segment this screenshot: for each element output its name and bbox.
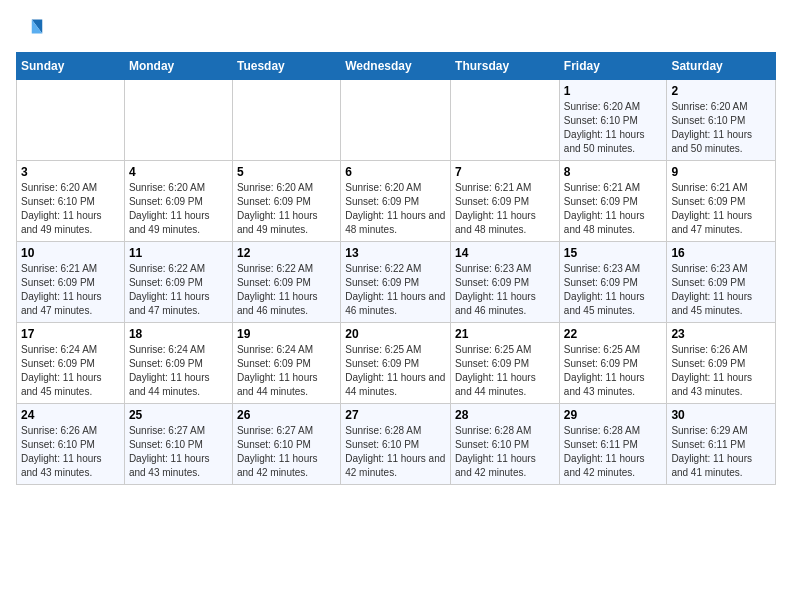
day-cell (17, 80, 125, 161)
day-info: Sunrise: 6:21 AM Sunset: 6:09 PM Dayligh… (671, 181, 771, 237)
day-info: Sunrise: 6:26 AM Sunset: 6:10 PM Dayligh… (21, 424, 120, 480)
day-info: Sunrise: 6:27 AM Sunset: 6:10 PM Dayligh… (237, 424, 336, 480)
day-number: 18 (129, 327, 228, 341)
day-cell: 6Sunrise: 6:20 AM Sunset: 6:09 PM Daylig… (341, 161, 451, 242)
day-number: 9 (671, 165, 771, 179)
day-info: Sunrise: 6:26 AM Sunset: 6:09 PM Dayligh… (671, 343, 771, 399)
day-info: Sunrise: 6:20 AM Sunset: 6:09 PM Dayligh… (345, 181, 446, 237)
day-number: 19 (237, 327, 336, 341)
week-row-1: 3Sunrise: 6:20 AM Sunset: 6:10 PM Daylig… (17, 161, 776, 242)
day-number: 29 (564, 408, 663, 422)
day-info: Sunrise: 6:24 AM Sunset: 6:09 PM Dayligh… (237, 343, 336, 399)
day-cell: 10Sunrise: 6:21 AM Sunset: 6:09 PM Dayli… (17, 242, 125, 323)
day-info: Sunrise: 6:28 AM Sunset: 6:10 PM Dayligh… (455, 424, 555, 480)
day-cell: 24Sunrise: 6:26 AM Sunset: 6:10 PM Dayli… (17, 404, 125, 485)
day-info: Sunrise: 6:20 AM Sunset: 6:10 PM Dayligh… (564, 100, 663, 156)
header-wednesday: Wednesday (341, 53, 451, 80)
day-info: Sunrise: 6:22 AM Sunset: 6:09 PM Dayligh… (129, 262, 228, 318)
day-cell: 18Sunrise: 6:24 AM Sunset: 6:09 PM Dayli… (124, 323, 232, 404)
day-info: Sunrise: 6:20 AM Sunset: 6:09 PM Dayligh… (237, 181, 336, 237)
day-info: Sunrise: 6:29 AM Sunset: 6:11 PM Dayligh… (671, 424, 771, 480)
day-cell: 26Sunrise: 6:27 AM Sunset: 6:10 PM Dayli… (232, 404, 340, 485)
day-info: Sunrise: 6:28 AM Sunset: 6:11 PM Dayligh… (564, 424, 663, 480)
day-cell: 23Sunrise: 6:26 AM Sunset: 6:09 PM Dayli… (667, 323, 776, 404)
day-info: Sunrise: 6:20 AM Sunset: 6:10 PM Dayligh… (21, 181, 120, 237)
day-number: 16 (671, 246, 771, 260)
day-cell: 19Sunrise: 6:24 AM Sunset: 6:09 PM Dayli… (232, 323, 340, 404)
day-cell: 28Sunrise: 6:28 AM Sunset: 6:10 PM Dayli… (451, 404, 560, 485)
day-cell (341, 80, 451, 161)
day-number: 10 (21, 246, 120, 260)
day-cell: 13Sunrise: 6:22 AM Sunset: 6:09 PM Dayli… (341, 242, 451, 323)
calendar-header-row: SundayMondayTuesdayWednesdayThursdayFrid… (17, 53, 776, 80)
header-saturday: Saturday (667, 53, 776, 80)
day-cell (451, 80, 560, 161)
day-cell: 12Sunrise: 6:22 AM Sunset: 6:09 PM Dayli… (232, 242, 340, 323)
day-info: Sunrise: 6:22 AM Sunset: 6:09 PM Dayligh… (345, 262, 446, 318)
week-row-2: 10Sunrise: 6:21 AM Sunset: 6:09 PM Dayli… (17, 242, 776, 323)
day-cell: 1Sunrise: 6:20 AM Sunset: 6:10 PM Daylig… (559, 80, 667, 161)
header-sunday: Sunday (17, 53, 125, 80)
day-number: 1 (564, 84, 663, 98)
day-cell: 11Sunrise: 6:22 AM Sunset: 6:09 PM Dayli… (124, 242, 232, 323)
day-number: 15 (564, 246, 663, 260)
day-number: 3 (21, 165, 120, 179)
day-cell: 29Sunrise: 6:28 AM Sunset: 6:11 PM Dayli… (559, 404, 667, 485)
day-info: Sunrise: 6:25 AM Sunset: 6:09 PM Dayligh… (455, 343, 555, 399)
day-info: Sunrise: 6:25 AM Sunset: 6:09 PM Dayligh… (564, 343, 663, 399)
day-number: 26 (237, 408, 336, 422)
day-info: Sunrise: 6:22 AM Sunset: 6:09 PM Dayligh… (237, 262, 336, 318)
day-cell: 16Sunrise: 6:23 AM Sunset: 6:09 PM Dayli… (667, 242, 776, 323)
day-number: 7 (455, 165, 555, 179)
day-number: 30 (671, 408, 771, 422)
day-cell: 3Sunrise: 6:20 AM Sunset: 6:10 PM Daylig… (17, 161, 125, 242)
day-number: 6 (345, 165, 446, 179)
day-number: 21 (455, 327, 555, 341)
day-cell: 15Sunrise: 6:23 AM Sunset: 6:09 PM Dayli… (559, 242, 667, 323)
day-info: Sunrise: 6:25 AM Sunset: 6:09 PM Dayligh… (345, 343, 446, 399)
day-number: 4 (129, 165, 228, 179)
week-row-0: 1Sunrise: 6:20 AM Sunset: 6:10 PM Daylig… (17, 80, 776, 161)
page-header (16, 16, 776, 44)
day-info: Sunrise: 6:27 AM Sunset: 6:10 PM Dayligh… (129, 424, 228, 480)
header-thursday: Thursday (451, 53, 560, 80)
day-number: 14 (455, 246, 555, 260)
day-cell: 21Sunrise: 6:25 AM Sunset: 6:09 PM Dayli… (451, 323, 560, 404)
day-number: 11 (129, 246, 228, 260)
day-number: 25 (129, 408, 228, 422)
day-info: Sunrise: 6:20 AM Sunset: 6:09 PM Dayligh… (129, 181, 228, 237)
day-cell: 2Sunrise: 6:20 AM Sunset: 6:10 PM Daylig… (667, 80, 776, 161)
day-cell (124, 80, 232, 161)
day-number: 28 (455, 408, 555, 422)
day-info: Sunrise: 6:28 AM Sunset: 6:10 PM Dayligh… (345, 424, 446, 480)
day-info: Sunrise: 6:23 AM Sunset: 6:09 PM Dayligh… (564, 262, 663, 318)
day-number: 24 (21, 408, 120, 422)
day-cell: 25Sunrise: 6:27 AM Sunset: 6:10 PM Dayli… (124, 404, 232, 485)
day-cell: 14Sunrise: 6:23 AM Sunset: 6:09 PM Dayli… (451, 242, 560, 323)
day-number: 8 (564, 165, 663, 179)
header-tuesday: Tuesday (232, 53, 340, 80)
day-info: Sunrise: 6:20 AM Sunset: 6:10 PM Dayligh… (671, 100, 771, 156)
day-info: Sunrise: 6:24 AM Sunset: 6:09 PM Dayligh… (129, 343, 228, 399)
day-number: 27 (345, 408, 446, 422)
day-info: Sunrise: 6:24 AM Sunset: 6:09 PM Dayligh… (21, 343, 120, 399)
day-cell: 17Sunrise: 6:24 AM Sunset: 6:09 PM Dayli… (17, 323, 125, 404)
day-cell: 4Sunrise: 6:20 AM Sunset: 6:09 PM Daylig… (124, 161, 232, 242)
day-cell: 7Sunrise: 6:21 AM Sunset: 6:09 PM Daylig… (451, 161, 560, 242)
day-number: 5 (237, 165, 336, 179)
calendar-table: SundayMondayTuesdayWednesdayThursdayFrid… (16, 52, 776, 485)
logo (16, 16, 48, 44)
day-number: 12 (237, 246, 336, 260)
day-cell: 8Sunrise: 6:21 AM Sunset: 6:09 PM Daylig… (559, 161, 667, 242)
week-row-4: 24Sunrise: 6:26 AM Sunset: 6:10 PM Dayli… (17, 404, 776, 485)
day-number: 17 (21, 327, 120, 341)
day-cell: 22Sunrise: 6:25 AM Sunset: 6:09 PM Dayli… (559, 323, 667, 404)
day-number: 2 (671, 84, 771, 98)
day-info: Sunrise: 6:21 AM Sunset: 6:09 PM Dayligh… (21, 262, 120, 318)
header-friday: Friday (559, 53, 667, 80)
day-info: Sunrise: 6:21 AM Sunset: 6:09 PM Dayligh… (564, 181, 663, 237)
day-number: 22 (564, 327, 663, 341)
day-cell (232, 80, 340, 161)
week-row-3: 17Sunrise: 6:24 AM Sunset: 6:09 PM Dayli… (17, 323, 776, 404)
day-info: Sunrise: 6:23 AM Sunset: 6:09 PM Dayligh… (671, 262, 771, 318)
